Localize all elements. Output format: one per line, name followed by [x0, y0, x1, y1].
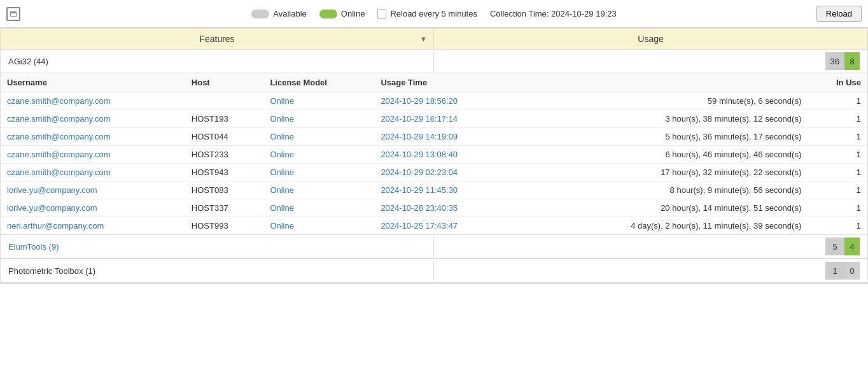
top-bar-right: Reload [816, 6, 862, 22]
cell-duration: 8 hour(s), 9 minute(s), 56 second(s) [517, 181, 808, 199]
table-row: lorive.yu@company.com HOST337 Online 202… [1, 199, 867, 217]
col-in-use: In Use [808, 73, 867, 92]
users-table-wrapper-agi32: Username Host License Model Usage Time I… [1, 73, 867, 234]
cell-duration: 17 hour(s), 32 minute(s), 22 second(s) [517, 164, 808, 181]
features-header-cell: Features ▼ [1, 29, 434, 49]
table-row: czane.smith@company.com HOST044 Online 2… [1, 128, 867, 146]
available-status-group: Available [251, 9, 307, 18]
cell-in-use: 1 [808, 110, 867, 128]
cell-usage-time: 2024-10-28 23:40:35 [374, 199, 516, 217]
agi32-name: AGi32 (44) [8, 57, 48, 66]
cell-usage-time: 2024-10-29 16:17:14 [374, 110, 516, 128]
col-duration [517, 73, 808, 92]
photometric-available-count: 1 [825, 262, 844, 280]
table-row: lorive.yu@company.com HOST083 Online 202… [1, 181, 867, 199]
product-name-photometric: Photometric Toolbox (1) [1, 261, 434, 281]
features-dropdown-arrow[interactable]: ▼ [420, 35, 427, 43]
users-table-agi32: Username Host License Model Usage Time I… [1, 73, 867, 234]
cell-duration: 5 hour(s), 36 minute(s), 17 second(s) [517, 128, 808, 146]
cell-host: HOST993 [185, 217, 264, 235]
cell-username: czane.smith@company.com [1, 110, 185, 128]
cell-license-model: Online [263, 164, 374, 181]
cell-in-use: 1 [808, 217, 867, 235]
cell-username: czane.smith@company.com [1, 128, 185, 146]
cell-usage-time: 2024-10-25 17:43:47 [374, 217, 516, 235]
cell-license-model: Online [263, 92, 374, 110]
reload-checkbox-group: Reload every 5 minutes [377, 9, 477, 18]
cell-host: HOST337 [185, 199, 264, 217]
cell-username: czane.smith@company.com [1, 146, 185, 164]
product-usage-elumtools: 5 4 [434, 235, 867, 258]
usage-header-cell: Usage [434, 29, 867, 49]
reload-every-label: Reload every 5 minutes [390, 9, 477, 18]
cell-in-use: 1 [808, 199, 867, 217]
cell-username: czane.smith@company.com [1, 164, 185, 181]
table-header-row: Features ▼ Usage [1, 29, 867, 50]
cell-host [185, 92, 264, 110]
agi32-available-count: 36 [825, 52, 844, 70]
table-row: neri.arthur@company.com HOST993 Online 2… [1, 217, 867, 235]
usage-bar-agi32: 36 8 [825, 52, 860, 70]
cell-usage-time: 2024-10-29 14:19:09 [374, 128, 516, 146]
cell-duration: 3 hour(s), 38 minute(s), 12 second(s) [517, 110, 808, 128]
usage-label: Usage [638, 34, 663, 44]
col-usage-time: Usage Time [374, 73, 516, 92]
table-row: czane.smith@company.com HOST943 Online 2… [1, 164, 867, 181]
product-name-elumtools: ElumTools (9) [1, 237, 434, 257]
elumtools-link[interactable]: ElumTools (9) [8, 242, 59, 252]
available-label: Available [273, 9, 307, 18]
online-status-group: Online [319, 9, 365, 18]
top-bar: Available Online Reload every 5 minutes … [0, 0, 868, 28]
online-indicator [319, 10, 337, 18]
product-header-agi32: AGi32 (44) 36 8 [1, 50, 867, 73]
cell-in-use: 1 [808, 164, 867, 181]
col-username: Username [1, 73, 185, 92]
col-host: Host [185, 73, 264, 92]
window-icon[interactable] [6, 7, 20, 21]
cell-usage-time: 2024-10-29 13:08:40 [374, 146, 516, 164]
cell-duration: 59 minute(s), 6 second(s) [517, 92, 808, 110]
cell-license-model: Online [263, 217, 374, 235]
online-label: Online [341, 9, 365, 18]
cell-host: HOST943 [185, 164, 264, 181]
cell-host: HOST083 [185, 181, 264, 199]
product-section-elumtools: ElumTools (9) 5 4 [1, 235, 867, 259]
top-bar-center: Available Online Reload every 5 minutes … [251, 9, 616, 18]
cell-username: czane.smith@company.com [1, 92, 185, 110]
product-usage-photometric: 1 0 [434, 259, 867, 282]
cell-in-use: 1 [808, 181, 867, 199]
agi32-used-count: 8 [844, 52, 860, 70]
product-section-photometric: Photometric Toolbox (1) 1 0 [1, 259, 867, 283]
cell-license-model: Online [263, 110, 374, 128]
reload-button[interactable]: Reload [816, 6, 862, 22]
table-row: czane.smith@company.com Online 2024-10-2… [1, 92, 867, 110]
photometric-name: Photometric Toolbox (1) [8, 266, 95, 276]
cell-usage-time: 2024-10-29 18:56:20 [374, 92, 516, 110]
usage-bar-photometric: 1 0 [825, 262, 860, 280]
product-header-elumtools: ElumTools (9) 5 4 [1, 235, 867, 259]
cell-license-model: Online [263, 146, 374, 164]
elumtools-used-count: 4 [844, 238, 860, 255]
product-header-photometric: Photometric Toolbox (1) 1 0 [1, 259, 867, 283]
top-bar-left [6, 7, 20, 21]
usage-bar-elumtools: 5 4 [825, 238, 860, 255]
cell-host: HOST044 [185, 128, 264, 146]
col-license-model: License Model [263, 73, 374, 92]
cell-in-use: 1 [808, 92, 867, 110]
main-content: Features ▼ Usage AGi32 (44) 36 8 [0, 28, 868, 284]
product-name-agi32: AGi32 (44) [1, 52, 434, 71]
cell-username: lorive.yu@company.com [1, 199, 185, 217]
table-row: czane.smith@company.com HOST233 Online 2… [1, 146, 867, 164]
cell-license-model: Online [263, 199, 374, 217]
reload-checkbox[interactable] [377, 10, 386, 18]
table-header-row: Username Host License Model Usage Time I… [1, 73, 867, 92]
cell-in-use: 1 [808, 128, 867, 146]
cell-license-model: Online [263, 181, 374, 199]
cell-duration: 4 day(s), 2 hour(s), 11 minute(s), 39 se… [517, 217, 808, 235]
product-section-agi32: AGi32 (44) 36 8 Username H [1, 50, 867, 235]
cell-host: HOST233 [185, 146, 264, 164]
cell-username: neri.arthur@company.com [1, 217, 185, 235]
cell-in-use: 1 [808, 146, 867, 164]
cell-duration: 6 hour(s), 46 minute(s), 46 second(s) [517, 146, 808, 164]
photometric-used-count: 0 [844, 262, 860, 280]
